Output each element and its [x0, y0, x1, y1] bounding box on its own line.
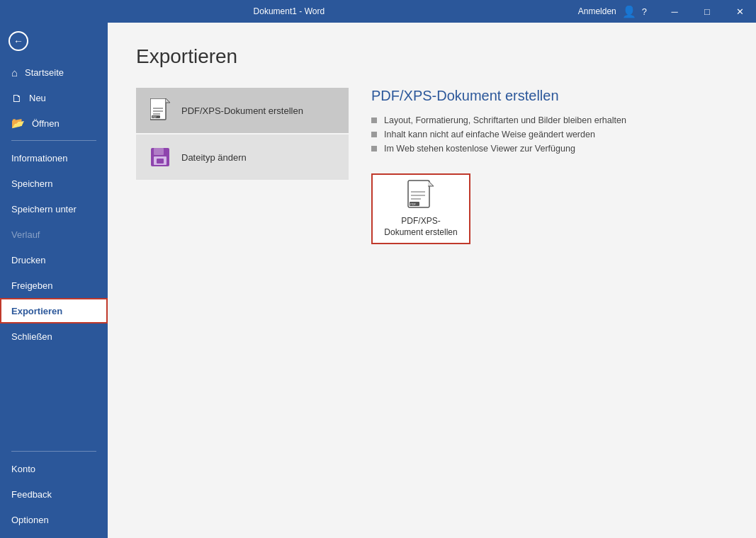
sidebar-label-speichern: Speichern: [11, 178, 53, 189]
sidebar-item-konto[interactable]: Konto: [0, 456, 108, 481]
sidebar-item-oeffnen[interactable]: 📂 Öffnen: [0, 110, 108, 136]
export-detail: PDF/XPS-Dokument erstellen Layout, Forma…: [349, 88, 728, 244]
minimize-button[interactable]: ─: [658, 0, 691, 23]
sidebar-label-feedback: Feedback: [11, 489, 52, 500]
help-button[interactable]: ?: [642, 6, 647, 17]
btn-label-line1: PDF/XPS-: [401, 216, 440, 226]
sidebar-item-schliessen[interactable]: Schließen: [0, 324, 108, 349]
sidebar-label-exportieren: Exportieren: [11, 306, 62, 316]
btn-label-line2: Dokument erstellen: [384, 227, 457, 237]
detail-title: PDF/XPS-Dokument erstellen: [371, 88, 705, 104]
sidebar-label-speichern-unter: Speichern unter: [11, 204, 77, 214]
back-button[interactable]: ←: [0, 23, 108, 59]
page-title: Exportieren: [136, 45, 728, 68]
titlebar-right: Anmelden 👤 ? ─ □ ✕: [578, 0, 756, 23]
create-pdf-xps-button[interactable]: PDF PDF/XPS- Dokument erstellen: [371, 173, 470, 244]
export-list: PDF PDF/XPS-Dokument erstellen: [136, 88, 349, 244]
titlebar: Dokument1 - Word Anmelden 👤 ? ─ □ ✕: [0, 0, 756, 23]
bullet-icon-3: [371, 146, 377, 151]
sidebar: ← ⌂ Startseite 🗋 Neu 📂 Öffnen Informatio…: [0, 23, 108, 538]
sidebar-top-nav: ⌂ Startseite 🗋 Neu 📂 Öffnen: [0, 59, 108, 136]
new-file-icon: 🗋: [11, 92, 22, 104]
home-icon: ⌂: [11, 67, 18, 79]
bullet-item-3: Im Web stehen kostenlose Viewer zur Verf…: [371, 144, 705, 154]
bullet-text-3: Im Web stehen kostenlose Viewer zur Verf…: [384, 144, 575, 154]
anmelden-label[interactable]: Anmelden: [578, 6, 616, 16]
sidebar-item-drucken[interactable]: Drucken: [0, 247, 108, 273]
sidebar-item-speichern-unter[interactable]: Speichern unter: [0, 196, 108, 222]
filetype-icon-container: [147, 144, 173, 170]
create-pdf-icon: PDF: [407, 179, 435, 212]
svg-text:PDF: PDF: [152, 116, 157, 119]
export-options: PDF PDF/XPS-Dokument erstellen: [136, 88, 728, 244]
maximize-button[interactable]: □: [691, 0, 723, 23]
sidebar-bottom-nav: Konto Feedback Optionen: [0, 456, 108, 538]
sidebar-divider-1: [11, 140, 96, 141]
sidebar-item-freigeben[interactable]: Freigeben: [0, 273, 108, 298]
sidebar-label-optionen: Optionen: [11, 515, 49, 525]
filetype-label: Dateityp ändern: [181, 152, 247, 163]
bullet-item-1: Layout, Formatierung, Schriftarten und B…: [371, 115, 705, 125]
bullet-icon-2: [371, 132, 377, 137]
folder-icon: 📂: [11, 117, 25, 130]
svg-rect-9: [157, 159, 164, 164]
sidebar-item-speichern[interactable]: Speichern: [0, 171, 108, 196]
anmelden-area: Anmelden 👤 ?: [578, 5, 647, 18]
sidebar-item-neu[interactable]: 🗋 Neu: [0, 85, 108, 110]
svg-rect-7: [154, 148, 164, 155]
sidebar-label-verlauf: Verlauf: [11, 229, 40, 240]
sidebar-item-exportieren[interactable]: Exportieren: [0, 298, 108, 324]
sidebar-divider-2: [11, 451, 96, 452]
svg-text:PDF: PDF: [410, 202, 417, 206]
bullet-item-2: Inhalt kann nicht auf einfache Weise geä…: [371, 130, 705, 139]
titlebar-title: Dokument1 - Word: [0, 6, 578, 16]
export-pdf-xps-button[interactable]: PDF PDF/XPS-Dokument erstellen: [136, 88, 349, 133]
sidebar-label-freigeben: Freigeben: [11, 280, 53, 291]
filetype-file-icon: [149, 147, 171, 168]
sidebar-item-optionen[interactable]: Optionen: [0, 507, 108, 532]
close-button[interactable]: ✕: [723, 0, 756, 23]
sidebar-item-feedback[interactable]: Feedback: [0, 481, 108, 507]
sidebar-label-startseite: Startseite: [25, 67, 64, 78]
bullet-text-2: Inhalt kann nicht auf einfache Weise geä…: [384, 130, 595, 139]
sidebar-item-startseite[interactable]: ⌂ Startseite: [0, 59, 108, 85]
sidebar-middle-nav: Informationen Speichern Speichern unter …: [0, 145, 108, 349]
create-pdf-label: PDF/XPS- Dokument erstellen: [384, 216, 457, 238]
sidebar-spacer: [0, 349, 108, 447]
sidebar-label-informationen: Informationen: [11, 153, 68, 164]
app-container: ← ⌂ Startseite 🗋 Neu 📂 Öffnen Informatio…: [0, 23, 756, 538]
sidebar-label-oeffnen: Öffnen: [32, 118, 60, 129]
bullet-icon-1: [371, 118, 377, 123]
sidebar-label-schliessen: Schließen: [11, 331, 52, 342]
pdf-xps-label: PDF/XPS-Dokument erstellen: [181, 105, 303, 116]
detail-bullets: Layout, Formatierung, Schriftarten und B…: [371, 115, 705, 154]
person-icon[interactable]: 👤: [622, 5, 636, 18]
sidebar-item-verlauf: Verlauf: [0, 222, 108, 247]
bullet-text-1: Layout, Formatierung, Schriftarten und B…: [384, 115, 626, 125]
sidebar-item-informationen[interactable]: Informationen: [0, 145, 108, 171]
sidebar-label-neu: Neu: [29, 93, 46, 103]
pdf-icon-container: PDF: [147, 98, 173, 123]
sidebar-label-drucken: Drucken: [11, 255, 45, 265]
export-filetype-button[interactable]: Dateityp ändern: [136, 134, 349, 180]
sidebar-label-konto: Konto: [11, 464, 35, 474]
main-content: Exportieren PDF: [108, 23, 756, 538]
pdf-file-icon: PDF: [150, 98, 170, 122]
back-arrow-icon: ←: [9, 31, 28, 51]
